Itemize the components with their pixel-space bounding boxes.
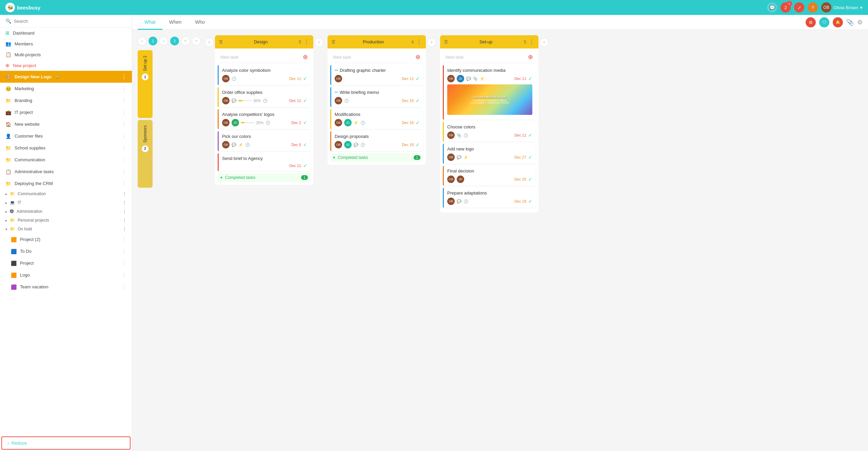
add-task-button[interactable]: ⊕ [528, 53, 533, 61]
add-after-setup[interactable]: + [540, 38, 549, 47]
tab-what[interactable]: What [138, 15, 162, 30]
task-check-icon[interactable]: ✓ [528, 132, 532, 138]
collapsed-col-sponsors[interactable]: Sponsors 2 [138, 120, 153, 188]
task-check-icon[interactable]: ✓ [416, 98, 420, 103]
item-menu-dots[interactable]: ⋮ [121, 109, 126, 116]
item-menu-dots[interactable]: ⋮ [121, 145, 126, 151]
item-menu-dots[interactable]: ⋮ [121, 85, 126, 92]
tab-when[interactable]: When [162, 15, 189, 30]
sidebar-item-communication[interactable]: 📁 Communication ⋮ [0, 154, 132, 166]
add-task-button[interactable]: ⊕ [303, 53, 308, 61]
add-column-button2[interactable]: + [192, 37, 201, 45]
sidebar-search[interactable]: 🔍 [0, 15, 132, 27]
sidebar-group-communication[interactable]: ▸ 📁 Communication ⋮ [0, 189, 132, 198]
completed-tasks-row-production[interactable]: ▾ Completed tasks 1 [330, 153, 423, 162]
group-menu-dots[interactable]: ⋮ [122, 191, 126, 196]
sidebar-item-new-project[interactable]: ⊕ New project [0, 60, 132, 71]
nav-left-button[interactable]: ‹ [138, 37, 146, 45]
col-menu-design[interactable]: ⋮ [304, 39, 309, 45]
sidebar-item-project2[interactable]: 🟧 Project (2) ⋮ [0, 233, 132, 245]
task-card-add-new-logo[interactable]: Add new logo OB 💬 ⚡ Dec 27 ✓ [443, 144, 536, 164]
add-before-design[interactable]: + [205, 38, 214, 47]
sidebar-item-it-project[interactable]: 💼 IT project ⋮ [0, 106, 132, 118]
sidebar-item-customer-files[interactable]: 👤 Customer files ⋮ [0, 130, 132, 142]
sidebar-group-administration[interactable]: ▸ 🅐 Administration ⋮ [0, 207, 132, 216]
sidebar-item-marketing[interactable]: 😊 Marketing ⋮ [0, 83, 132, 95]
bell-button[interactable]: 🔔 [833, 17, 843, 27]
item-menu-dots[interactable]: ⋮ [121, 272, 126, 278]
item-menu-dots[interactable]: ⋮ [121, 248, 126, 254]
task-card-final-decision[interactable]: Final decision OB JD Dec 25 ✓ [443, 166, 536, 186]
task-check-icon[interactable]: ✓ [416, 142, 420, 147]
task-card-analyse-competitors[interactable]: Analyse competitors' logos OB JD 25% 🕐 D… [218, 109, 311, 129]
nav-indicator2[interactable]: 2 [170, 37, 179, 45]
filter-button[interactable]: ⊞ [806, 17, 816, 27]
task-card-design-proposals[interactable]: Design proposals OB JD 💬 🕐 Dec 18 ✓ [330, 131, 423, 151]
task-check-icon[interactable]: ✓ [528, 199, 532, 204]
task-check-icon[interactable]: ✓ [303, 163, 307, 168]
add-task-button[interactable]: ⊕ [415, 53, 420, 61]
sidebar-group-on-hold[interactable]: ▾ 📁 On hold ⋮ [0, 225, 132, 233]
sidebar-item-project[interactable]: ⬛ Project ⋮ [0, 257, 132, 269]
notifications-button[interactable]: 2 2 [781, 2, 791, 13]
collapsed-col-setup2[interactable]: Set-up 2 1 [138, 50, 153, 118]
sidebar-item-administrative-tasks[interactable]: 📋 Administrative tasks ⋮ [0, 166, 132, 178]
sidebar-item-members[interactable]: 👥 Members [0, 38, 132, 49]
task-card-prepare-adaptations[interactable]: Prepare adaptations OB 💬 🕐 Dec 18 ✓ [443, 188, 536, 208]
task-card-drafting[interactable]: ✏Drafting graphic charter OB Dec 11 ✓ [330, 65, 423, 85]
sidebar-item-dashboard[interactable]: ⊞ Dashboard [0, 27, 132, 38]
task-check-icon[interactable]: ✓ [416, 76, 420, 81]
add-after-production[interactable]: + [427, 38, 436, 47]
group-menu-dots[interactable]: ⋮ [122, 227, 126, 231]
task-check-icon[interactable]: ✓ [528, 155, 532, 160]
sidebar-item-deploying-crm[interactable]: 📁 Deploying the CRM ⋮ [0, 178, 132, 189]
item-menu-dots[interactable]: ⋮ [121, 168, 126, 175]
group-menu-dots[interactable]: ⋮ [122, 218, 126, 223]
item-menu-dots[interactable]: ⋮ [121, 97, 126, 104]
item-menu-dots[interactable]: ⋮ [121, 180, 126, 187]
sidebar-item-team-vacation[interactable]: 🟪 Team vacation ⋮ [0, 281, 132, 293]
group-menu-dots[interactable]: ⋮ [122, 209, 126, 214]
task-card-pick-colors[interactable]: Pick our colors OB 💬 ⚡ 🕐 Dec 5 ✓ [218, 131, 311, 151]
group-menu-dots[interactable]: ⋮ [122, 200, 126, 205]
shield-button[interactable]: 🛡 [819, 17, 829, 27]
gear-button[interactable]: ⚙ [857, 19, 863, 26]
sidebar-item-new-website[interactable]: 🏠 New website ⋮ [0, 118, 132, 130]
task-card-choose-colors[interactable]: Choose colors OB 📎 🕐 Dec 11 ✓ [443, 122, 536, 142]
task-card-write-briefing[interactable]: ✏Write briefing memo OB 🕐 Dec 18 ✓ [330, 87, 423, 107]
item-menu-dots[interactable]: ⋮ [121, 260, 126, 266]
col-menu-production[interactable]: ⋮ [416, 39, 422, 45]
task-check-icon[interactable]: ✓ [303, 98, 307, 103]
completed-tasks-row-design[interactable]: ▾ Completed tasks 1 [218, 173, 311, 182]
task-card-identify-media[interactable]: Identify communication media OB JD 💬 📎 ⚡… [443, 65, 536, 120]
paperclip-button[interactable]: 📎 [846, 19, 854, 26]
user-menu-button[interactable]: OB Olivia Brown ▾ [821, 2, 863, 13]
sidebar-item-logo[interactable]: 🟧 Logo ⋮ [0, 269, 132, 281]
item-menu-dots[interactable]: ⋮ [121, 284, 126, 290]
add-after-design[interactable]: + [315, 38, 323, 47]
task-check-icon[interactable]: ✓ [528, 177, 532, 182]
reduce-button[interactable]: ‹ Reduce [1, 436, 131, 450]
item-menu-dots[interactable]: ⋮ [121, 133, 126, 139]
task-check-icon[interactable]: ✓ [416, 120, 420, 125]
item-menu-dots[interactable]: ⋮ [121, 236, 126, 243]
task-card-analyze-color[interactable]: Analyze color symbolism OB 🕐 Dec 11 ✓ [218, 65, 311, 85]
task-check-icon[interactable]: ✓ [303, 120, 307, 125]
item-menu-dots[interactable]: ⋮ [121, 74, 126, 80]
help-button[interactable]: ? [808, 2, 818, 13]
item-menu-dots[interactable]: ⋮ [121, 121, 126, 127]
sidebar-item-todo[interactable]: 🟦 To Do ⋮ [0, 245, 132, 257]
app-logo[interactable]: 🐝 beesbusy [5, 3, 40, 12]
task-check-icon[interactable]: ✓ [528, 76, 532, 81]
sidebar-item-design-new-logo[interactable]: 🎨 Design New Logo 🔓 ⋮ [0, 71, 132, 83]
task-card-send-brief[interactable]: Send brief to Agency Dec 11 ✓ [218, 153, 311, 171]
task-check-icon[interactable]: ✓ [303, 76, 307, 81]
sidebar-item-branding[interactable]: 📁 Branding ⋮ [0, 95, 132, 106]
messages-button[interactable]: 💬 [767, 2, 777, 13]
sidebar-group-it[interactable]: ▸ 💻 IT ⋮ [0, 198, 132, 207]
nav-indicator[interactable]: 1 [149, 37, 157, 45]
task-check-icon[interactable]: ✓ [303, 142, 307, 147]
nav-right-button[interactable]: › [159, 37, 168, 45]
tab-who[interactable]: Who [188, 15, 212, 30]
sidebar-item-school-supplies[interactable]: 📁 School supplies ⋮ [0, 142, 132, 154]
